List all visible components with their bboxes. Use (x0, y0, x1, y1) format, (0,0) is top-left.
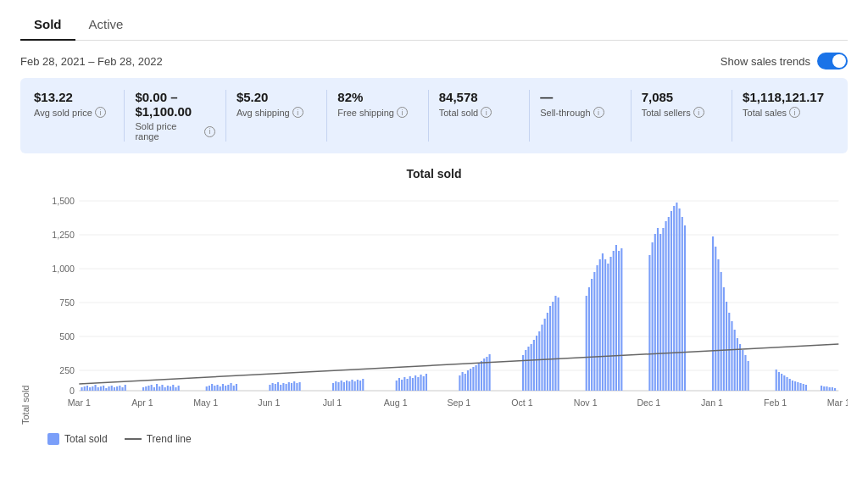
svg-rect-63 (220, 386, 221, 391)
svg-rect-66 (227, 385, 229, 391)
svg-rect-57 (178, 386, 180, 391)
legend-trend-line-label: Trend line (147, 433, 192, 445)
stat-label-avg-shipping: Avg shipping i (236, 107, 316, 118)
stat-label-total-sales: Total sales i (743, 107, 824, 118)
svg-rect-113 (478, 364, 480, 391)
info-icon-avg-shipping[interactable]: i (292, 107, 303, 118)
svg-rect-50 (159, 386, 160, 391)
svg-rect-58 (206, 386, 208, 391)
stat-value-total-sellers: 7,085 (642, 90, 721, 104)
stat-label-total-sold: Total sold i (439, 107, 519, 118)
svg-text:250: 250 (59, 366, 75, 375)
info-icon-sold-price-range[interactable]: i (204, 126, 215, 137)
svg-rect-87 (346, 381, 348, 391)
stat-label-avg-sold-price: Avg sold price i (34, 107, 114, 118)
svg-text:Mar 1: Mar 1 (68, 398, 92, 408)
svg-rect-123 (536, 336, 537, 391)
svg-rect-36 (105, 388, 107, 391)
svg-rect-177 (783, 375, 785, 391)
svg-rect-129 (552, 302, 554, 391)
info-icon-avg-sold-price[interactable]: i (95, 107, 106, 118)
svg-rect-39 (114, 387, 115, 391)
svg-rect-33 (97, 387, 99, 391)
svg-text:Aug 1: Aug 1 (384, 398, 408, 408)
sales-trends-label: Show sales trends (721, 55, 810, 68)
svg-rect-99 (409, 376, 411, 391)
svg-text:500: 500 (59, 332, 75, 342)
info-icon-total-sold[interactable]: i (481, 107, 492, 118)
info-icon-free-shipping[interactable]: i (397, 107, 408, 118)
svg-rect-137 (599, 259, 601, 391)
svg-rect-182 (797, 382, 798, 391)
svg-rect-34 (100, 386, 102, 391)
svg-rect-100 (412, 378, 414, 391)
legend-trend-line: Trend line (125, 433, 192, 445)
tab-bar: Sold Active (20, 0, 848, 41)
svg-rect-112 (476, 365, 477, 391)
date-row: Feb 28, 2021 – Feb 28, 2022 Show sales t… (20, 41, 848, 78)
svg-rect-46 (147, 386, 149, 391)
svg-rect-174 (776, 370, 777, 391)
svg-rect-160 (712, 236, 714, 391)
svg-text:Oct 1: Oct 1 (511, 398, 533, 408)
svg-rect-167 (731, 321, 732, 391)
svg-rect-179 (789, 379, 791, 391)
svg-rect-68 (233, 386, 235, 391)
svg-rect-121 (531, 344, 532, 391)
svg-rect-191 (834, 388, 836, 391)
svg-rect-53 (167, 386, 169, 391)
svg-rect-92 (359, 381, 361, 391)
svg-rect-163 (721, 272, 722, 391)
svg-rect-143 (615, 245, 617, 391)
svg-rect-124 (538, 331, 540, 391)
svg-rect-149 (657, 228, 659, 391)
svg-rect-150 (659, 234, 661, 391)
svg-rect-98 (406, 379, 408, 391)
svg-rect-111 (472, 367, 474, 391)
svg-rect-73 (277, 382, 279, 391)
svg-rect-131 (558, 297, 559, 391)
svg-rect-139 (604, 259, 606, 391)
sales-trends-toggle[interactable] (817, 53, 848, 69)
chart-inner: 1,500 1,250 1,000 750 500 250 0 Mar 1 Ap… (34, 187, 848, 425)
svg-text:Jan 1: Jan 1 (701, 398, 723, 408)
svg-rect-69 (236, 384, 237, 391)
chart-title: Total sold (20, 167, 848, 181)
svg-rect-130 (554, 296, 556, 391)
y-axis-label: Total sold (20, 187, 31, 425)
svg-rect-168 (734, 330, 736, 391)
stat-sold-price-range: $0.00 – $1,100.00 Sold price range i (125, 90, 225, 142)
stat-value-free-shipping: 82% (337, 90, 417, 104)
svg-text:Mar 1: Mar 1 (827, 398, 848, 408)
stat-value-sell-through: — (540, 90, 620, 104)
svg-text:May 1: May 1 (193, 398, 218, 408)
svg-rect-97 (403, 377, 405, 391)
info-icon-total-sales[interactable]: i (789, 107, 800, 118)
svg-rect-185 (805, 385, 807, 391)
svg-rect-180 (792, 381, 793, 391)
svg-rect-52 (164, 387, 166, 391)
svg-rect-81 (299, 382, 301, 391)
svg-rect-126 (544, 319, 546, 391)
tab-sold[interactable]: Sold (20, 10, 75, 40)
stat-total-sold: 84,578 Total sold i (429, 90, 530, 142)
svg-rect-49 (156, 384, 158, 391)
svg-rect-89 (351, 380, 353, 391)
svg-rect-170 (739, 344, 741, 391)
tab-active[interactable]: Active (75, 10, 137, 40)
svg-rect-145 (620, 248, 622, 391)
svg-rect-110 (470, 369, 471, 391)
stat-value-avg-shipping: $5.20 (236, 90, 316, 104)
svg-rect-79 (293, 381, 295, 391)
svg-rect-186 (821, 386, 822, 391)
svg-rect-31 (92, 386, 93, 391)
svg-rect-38 (111, 386, 113, 391)
svg-rect-147 (652, 242, 654, 391)
svg-rect-172 (744, 355, 746, 391)
svg-rect-155 (673, 206, 675, 391)
info-icon-sell-through[interactable]: i (593, 107, 604, 118)
svg-rect-104 (423, 376, 425, 391)
stat-total-sales: $1,118,121.17 Total sales i (732, 90, 834, 142)
svg-rect-85 (341, 381, 342, 391)
info-icon-total-sellers[interactable]: i (693, 107, 704, 118)
